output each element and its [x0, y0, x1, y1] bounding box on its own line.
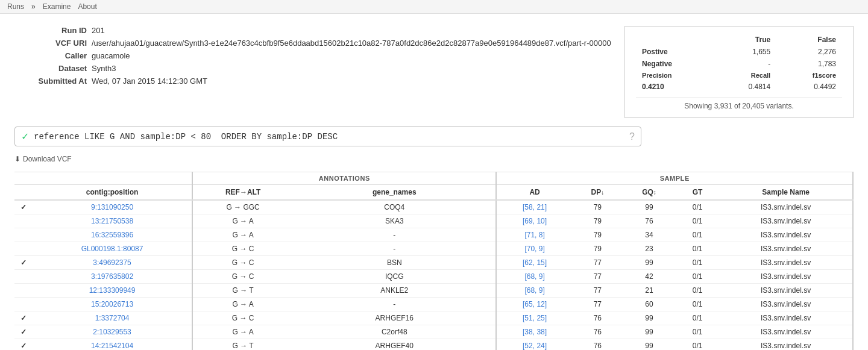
run-id-label: Run ID [14, 26, 87, 35]
stats-negative-false: 1,783 [776, 58, 842, 70]
row-gq: 99 [623, 339, 676, 351]
row-gene: ANKLE2 [293, 284, 496, 298]
col-gq[interactable]: GQ↕ [623, 185, 676, 201]
query-input[interactable] [34, 132, 624, 142]
table-row[interactable]: ✓9:131090250G → GGCCOQ4[58, 21]79990/1IS… [14, 200, 853, 214]
col-ref-alt[interactable]: REF→ALT [192, 185, 293, 201]
query-help-icon[interactable]: ? [629, 131, 635, 142]
row-check [14, 270, 33, 284]
row-dp: 77 [573, 298, 623, 311]
table-row[interactable]: 15:20026713G → A-[65, 12]77600/1IS3.snv.… [14, 298, 853, 311]
col-gene-names[interactable]: gene_names [293, 185, 496, 201]
main-content: Run ID 201 VCF URI /user/ahujaa01/guacat… [0, 14, 868, 350]
row-ref-alt: G → T [192, 284, 293, 298]
row-position[interactable]: 3:197635802 [33, 270, 192, 284]
submitted-at-label: Submitted At [14, 77, 87, 86]
col-ad[interactable]: AD [496, 185, 572, 201]
row-sample-name: IS3.snv.indel.sv [719, 256, 853, 270]
row-ad[interactable]: [71, 8] [496, 228, 572, 242]
submitted-at-value: Wed, 07 Jan 2015 14:12:30 GMT [92, 77, 611, 86]
row-gt: 0/1 [676, 298, 719, 311]
row-gt: 0/1 [676, 270, 719, 284]
stats-footer: Showing 3,931 of 20,405 variants. [636, 98, 842, 110]
row-ad[interactable]: [69, 10] [496, 214, 572, 228]
row-sample-name: IS3.snv.indel.sv [719, 214, 853, 228]
row-sample-name: IS3.snv.indel.sv [719, 325, 853, 339]
table-row[interactable]: 3:197635802G → CIQCG[68, 9]77420/1IS3.sn… [14, 270, 853, 284]
row-ad[interactable]: [68, 9] [496, 270, 572, 284]
query-bar: ✓ ? [14, 127, 854, 146]
table-row[interactable]: 12:133309949G → TANKLE2[68, 9]77210/1IS3… [14, 284, 853, 298]
row-ref-alt: G → A [192, 325, 293, 339]
row-position[interactable]: GL000198.1:80087 [33, 242, 192, 256]
download-label: Download VCF [23, 155, 72, 163]
row-position[interactable]: 3:49692375 [33, 256, 192, 270]
row-ad[interactable]: [68, 9] [496, 284, 572, 298]
row-ref-alt: G → A [192, 298, 293, 311]
row-position[interactable]: 12:133309949 [33, 284, 192, 298]
nav-runs[interactable]: Runs [7, 2, 24, 11]
table-row[interactable]: 13:21750538G → ASKA3[69, 10]79760/1IS3.s… [14, 214, 853, 228]
stats-negative-true: - [714, 58, 776, 70]
row-dp: 76 [573, 339, 623, 351]
table-row[interactable]: ✓2:10329553G → AC2orf48[38, 38]76990/1IS… [14, 325, 853, 339]
table-row[interactable]: GL000198.1:80087G → C-[70, 9]79230/1IS3.… [14, 242, 853, 256]
table-row[interactable]: ✓14:21542104G → TARHGEF40[52, 24]76990/1… [14, 339, 853, 351]
row-ad[interactable]: [51, 25] [496, 311, 572, 325]
stats-precision-value: 0.4210 [636, 81, 714, 93]
row-sample-name: IS3.snv.indel.sv [719, 339, 853, 351]
col-header-row: contig:position REF→ALT gene_names AD DP… [14, 185, 853, 201]
table-row[interactable]: ✓1:3372704G → CARHGEF16[51, 25]76990/1IS… [14, 311, 853, 325]
row-position[interactable]: 13:21750538 [33, 214, 192, 228]
row-dp: 79 [573, 242, 623, 256]
row-gt: 0/1 [676, 284, 719, 298]
row-ad[interactable]: [62, 15] [496, 256, 572, 270]
row-ref-alt: G → C [192, 311, 293, 325]
col-sample-name[interactable]: Sample Name [719, 185, 853, 201]
download-link[interactable]: ⬇ Download VCF [14, 155, 854, 163]
variants-tbody: ✓9:131090250G → GGCCOQ4[58, 21]79990/1IS… [14, 200, 853, 350]
row-ad[interactable]: [38, 38] [496, 325, 572, 339]
nav-about[interactable]: About [78, 2, 96, 11]
row-gene: IQCG [293, 270, 496, 284]
col-dp[interactable]: DP↓ [573, 185, 623, 201]
row-gt: 0/1 [676, 242, 719, 256]
stats-row-metrics-header: Precision Recall f1score [636, 70, 842, 81]
row-dp: 77 [573, 284, 623, 298]
top-nav: Runs » Examine About [0, 0, 868, 14]
row-position[interactable]: 16:32559396 [33, 228, 192, 242]
row-position[interactable]: 15:20026713 [33, 298, 192, 311]
row-position[interactable]: 1:3372704 [33, 311, 192, 325]
row-gq: 99 [623, 325, 676, 339]
stats-f1score-label: f1score [776, 70, 842, 81]
row-ad[interactable]: [58, 21] [496, 200, 572, 214]
table-row[interactable]: ✓3:49692375G → CBSN[62, 15]77990/1IS3.sn… [14, 256, 853, 270]
stats-row-positive: Postive 1,655 2,276 [636, 46, 842, 58]
row-position[interactable]: 14:21542104 [33, 339, 192, 351]
row-dp: 79 [573, 200, 623, 214]
table-row[interactable]: 16:32559396G → A-[71, 8]79340/1IS3.snv.i… [14, 228, 853, 242]
row-position[interactable]: 2:10329553 [33, 325, 192, 339]
query-input-wrapper[interactable]: ✓ ? [14, 127, 641, 146]
row-ad[interactable]: [65, 12] [496, 298, 572, 311]
row-ad[interactable]: [70, 9] [496, 242, 572, 256]
row-dp: 79 [573, 214, 623, 228]
row-dp: 79 [573, 228, 623, 242]
row-ad[interactable]: [52, 24] [496, 339, 572, 351]
stats-f1score-value: 0.4492 [776, 81, 842, 93]
row-gene: ARHGEF16 [293, 311, 496, 325]
row-check [14, 298, 33, 311]
row-gq: 99 [623, 256, 676, 270]
nav-examine[interactable]: Examine [43, 2, 71, 11]
col-gt[interactable]: GT [676, 185, 719, 201]
row-gq: 99 [623, 200, 676, 214]
stats-positive-true: 1,655 [714, 46, 776, 58]
row-ref-alt: G → A [192, 228, 293, 242]
col-contig-position[interactable]: contig:position [33, 185, 192, 201]
row-position[interactable]: 9:131090250 [33, 200, 192, 214]
row-gt: 0/1 [676, 311, 719, 325]
row-sample-name: IS3.snv.indel.sv [719, 242, 853, 256]
row-dp: 77 [573, 270, 623, 284]
dataset-value: Synth3 [92, 64, 611, 73]
row-check [14, 228, 33, 242]
